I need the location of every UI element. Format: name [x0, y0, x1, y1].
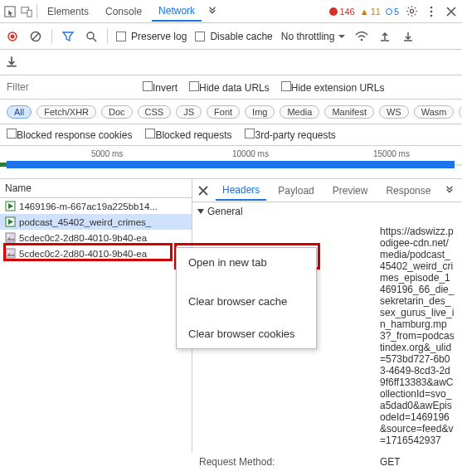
request-name: 5cdec0c2-2d80-4010-9b40-ea — [19, 249, 147, 259]
close-detail-icon[interactable] — [196, 183, 211, 198]
upload-icon[interactable] — [377, 29, 392, 44]
tab-headers[interactable]: Headers — [216, 181, 266, 201]
chip-js[interactable]: JS — [176, 105, 202, 119]
ctx-open-new-tab[interactable]: Open in new tab — [177, 251, 316, 274]
hide-data-urls-checkbox[interactable]: Hide data URLs — [189, 81, 270, 94]
request-name: 5cdec0c2-2d80-4010-9b40-ea — [19, 233, 147, 243]
chip-other[interactable]: Other — [459, 105, 462, 119]
tab-response[interactable]: Response — [379, 182, 437, 200]
record-icon[interactable] — [5, 29, 20, 44]
svg-point-3 — [410, 9, 413, 12]
clear-icon[interactable] — [28, 29, 43, 44]
chip-ws[interactable]: WS — [379, 105, 409, 119]
svg-point-5 — [430, 10, 433, 12]
blocked-response-checkbox[interactable]: Blocked response cookies — [7, 129, 132, 141]
info-count[interactable]: 5 — [386, 7, 399, 17]
method-label: Request Method: — [199, 456, 299, 468]
chip-manifest[interactable]: Manifest — [324, 105, 374, 119]
request-url-value: https://adswizz.podigee-cdn.net/media/po… — [305, 226, 455, 446]
third-party-checkbox[interactable]: 3rd-party requests — [245, 129, 335, 141]
svg-rect-21 — [6, 249, 15, 258]
chip-img[interactable]: Img — [245, 105, 275, 119]
search-icon[interactable] — [84, 29, 99, 44]
request-row-selected[interactable]: podcast_45402_weird_crimes_ — [0, 214, 192, 230]
context-menu: Open in new tab Clear browser cache Clea… — [176, 247, 317, 349]
method-value: GET — [305, 456, 455, 468]
warning-count[interactable]: ▲11 — [360, 7, 381, 17]
svg-rect-2 — [27, 10, 32, 17]
blocked-requests-checkbox[interactable]: Blocked requests — [145, 129, 231, 141]
media-icon — [5, 201, 16, 211]
wifi-icon[interactable] — [354, 29, 369, 44]
chip-css[interactable]: CSS — [138, 105, 172, 119]
kebab-icon[interactable] — [424, 4, 439, 19]
invert-checkbox[interactable]: Invert — [143, 81, 178, 94]
image-icon — [5, 232, 16, 243]
preserve-log-checkbox[interactable]: Preserve log — [116, 31, 187, 42]
more-tabs-icon[interactable] — [205, 4, 220, 19]
general-section[interactable]: General — [192, 202, 462, 221]
media-icon — [5, 216, 16, 227]
chip-font[interactable]: Font — [207, 105, 240, 119]
tab-payload[interactable]: Payload — [271, 182, 320, 200]
tab-elements[interactable]: Elements — [41, 2, 95, 21]
download-icon[interactable] — [401, 29, 416, 44]
tab-preview[interactable]: Preview — [326, 182, 375, 200]
timeline-overview[interactable]: 5000 ms 10000 ms 15000 ms — [0, 146, 462, 179]
inspect-icon[interactable] — [3, 5, 17, 18]
chip-wasm[interactable]: Wasm — [414, 105, 455, 119]
hide-ext-urls-checkbox[interactable]: Hide extension URLs — [281, 81, 385, 94]
svg-point-4 — [430, 6, 433, 8]
ctx-clear-cookies[interactable]: Clear browser cookies — [177, 323, 316, 345]
request-row[interactable]: 1469196-m-667ac19a225bb14... — [0, 198, 192, 214]
filter-icon[interactable] — [61, 29, 75, 44]
svg-point-8 — [11, 34, 15, 38]
request-name: podcast_45402_weird_crimes_ — [19, 217, 151, 227]
tab-console[interactable]: Console — [99, 2, 148, 21]
svg-rect-19 — [6, 233, 15, 242]
export-har-icon[interactable] — [5, 55, 20, 70]
image-icon — [5, 248, 16, 259]
svg-point-6 — [430, 14, 433, 17]
error-count[interactable]: 146 — [329, 7, 354, 17]
chip-all[interactable]: All — [7, 105, 32, 119]
more-detail-tabs-icon[interactable] — [442, 183, 457, 198]
svg-point-20 — [7, 235, 9, 236]
close-icon[interactable] — [444, 4, 459, 19]
disable-cache-checkbox[interactable]: Disable cache — [195, 31, 272, 42]
svg-line-12 — [93, 38, 96, 41]
gear-icon[interactable] — [404, 4, 419, 19]
svg-point-22 — [7, 250, 9, 252]
filter-input[interactable] — [7, 81, 131, 93]
request-row[interactable]: 5cdec0c2-2d80-4010-9b40-ea — [0, 245, 192, 261]
svg-line-10 — [32, 33, 39, 40]
request-row[interactable]: 5cdec0c2-2d80-4010-9b40-ea — [0, 230, 192, 245]
chip-media[interactable]: Media — [280, 105, 319, 119]
chip-fetch[interactable]: Fetch/XHR — [36, 105, 96, 119]
device-icon[interactable] — [20, 5, 33, 18]
request-name: 1469196-m-667ac19a225bb14... — [19, 202, 158, 211]
svg-point-13 — [361, 38, 363, 41]
column-name-header[interactable]: Name — [0, 179, 192, 198]
svg-point-11 — [87, 32, 94, 39]
chip-doc[interactable]: Doc — [101, 105, 133, 119]
tab-network[interactable]: Network — [152, 2, 202, 22]
throttling-select[interactable]: No throttling — [281, 31, 347, 42]
type-filter-row: All Fetch/XHR Doc CSS JS Font Img Media … — [0, 100, 462, 124]
ctx-clear-cache[interactable]: Clear browser cache — [177, 290, 316, 313]
